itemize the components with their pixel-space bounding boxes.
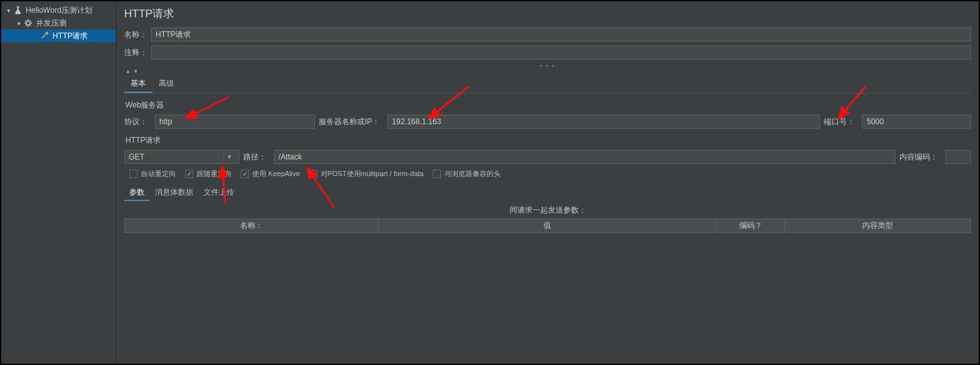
- name-label: 名称：: [124, 29, 147, 40]
- sub-tab-body[interactable]: 消息体数据: [150, 185, 198, 201]
- tree-label: 并发压测: [36, 18, 67, 29]
- horizontal-drag-handle[interactable]: • • •: [124, 63, 971, 69]
- chevron-down-icon: ▼: [223, 154, 235, 160]
- checkbox-auto-redirect[interactable]: 自动重定向: [129, 169, 176, 179]
- tree-item-plan[interactable]: ▾ HelloWord压测计划: [1, 4, 116, 17]
- vertical-drag-handle[interactable]: •••: [116, 182, 118, 188]
- sub-tab-params[interactable]: 参数: [124, 185, 150, 201]
- tree-item-thread-group[interactable]: ▾ 并发压测: [1, 17, 116, 29]
- caret-down-icon: ▾: [5, 7, 12, 14]
- th-content-type[interactable]: 内容类型: [785, 219, 971, 233]
- server-label: 服务器名称或IP：: [319, 117, 380, 127]
- svg-line-5: [26, 20, 26, 21]
- checkbox-follow-redirect[interactable]: ✓跟随重定向: [185, 169, 232, 179]
- protocol-label: 协议：: [124, 117, 147, 127]
- params-table: 名称： 值 编码？ 内容类型: [124, 218, 971, 233]
- caret-down-icon: ▾: [15, 20, 22, 27]
- path-label: 路径：: [243, 152, 266, 163]
- encoding-input[interactable]: [945, 150, 971, 164]
- http-request-section-title: HTTP请求: [125, 135, 971, 146]
- th-encode[interactable]: 编码？: [717, 219, 785, 233]
- port-label: 端口号：: [824, 117, 855, 127]
- expand-toggles[interactable]: ▲▼: [124, 69, 971, 74]
- comment-label: 注释：: [124, 47, 147, 58]
- method-value: GET: [129, 152, 145, 161]
- th-value[interactable]: 值: [378, 219, 717, 233]
- port-input[interactable]: 5000: [862, 115, 971, 129]
- checkbox-browser-compat[interactable]: 与浏览器兼容的头: [433, 169, 501, 179]
- flask-icon: [13, 5, 23, 15]
- sidebar-tree: ▾ HelloWord压测计划 ▾ 并发压测 HTTP请求: [1, 1, 116, 364]
- svg-line-8: [30, 20, 31, 21]
- svg-line-6: [30, 25, 31, 26]
- server-input[interactable]: 192.168.1.163: [387, 115, 820, 129]
- params-body[interactable]: [124, 233, 971, 336]
- encoding-label: 内容编码：: [899, 152, 938, 163]
- svg-point-0: [26, 21, 30, 25]
- checkbox-keep-alive[interactable]: ✓使用 KeepAlive: [241, 169, 300, 179]
- path-input[interactable]: /Attack: [274, 150, 896, 164]
- svg-line-7: [26, 25, 26, 26]
- tabs: 基本 高级: [124, 76, 971, 93]
- main-panel: ••• HTTP请求 名称： HTTP请求 注释： • • • ▲▼ 基本 高级…: [116, 1, 979, 364]
- dropper-icon: [40, 31, 50, 41]
- tree-item-http-request[interactable]: HTTP请求: [1, 29, 116, 42]
- comment-input[interactable]: [151, 45, 971, 60]
- tree-label: HelloWord压测计划: [26, 5, 92, 16]
- params-title: 同请求一起发送参数：: [124, 205, 971, 216]
- name-input[interactable]: HTTP请求: [151, 28, 971, 42]
- tab-advanced[interactable]: 高级: [152, 76, 181, 93]
- sub-tabs: 参数 消息体数据 文件上传: [124, 185, 971, 201]
- method-select[interactable]: GET ▼: [124, 150, 239, 164]
- tab-basic[interactable]: 基本: [124, 76, 152, 93]
- tree-label: HTTP请求: [52, 31, 88, 42]
- sub-tab-files[interactable]: 文件上传: [198, 185, 239, 201]
- protocol-input[interactable]: http: [155, 115, 315, 129]
- checkbox-multipart[interactable]: 对POST使用multipart / form-data: [309, 169, 424, 179]
- gear-icon: [23, 18, 33, 28]
- page-title: HTTP请求: [124, 6, 971, 21]
- web-server-section-title: Web服务器: [125, 100, 971, 111]
- th-name[interactable]: 名称：: [125, 219, 379, 233]
